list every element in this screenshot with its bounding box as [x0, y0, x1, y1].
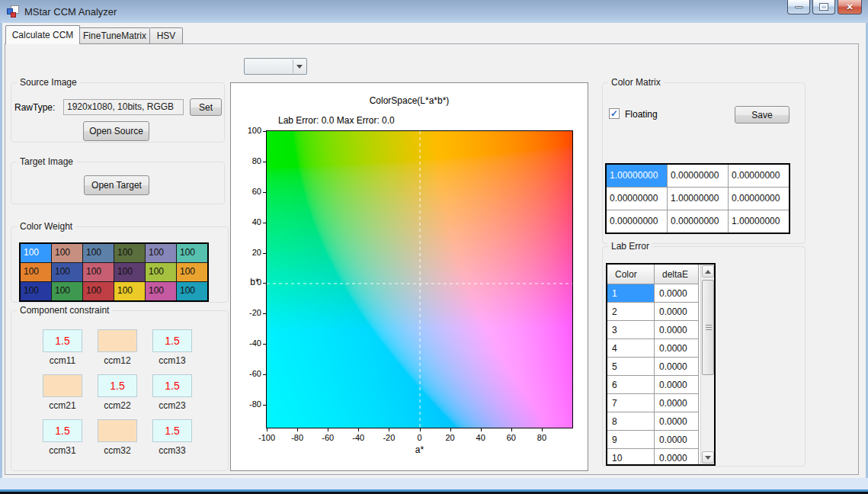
lab-error-color-cell-9[interactable]: 9: [607, 431, 655, 449]
lab-error-header-deltae[interactable]: deltaE: [655, 265, 699, 284]
color-weight-cell-r1c6[interactable]: 100: [177, 244, 207, 262]
y-ticklabel--40: -40: [234, 338, 261, 348]
lab-error-deltae-cell-5[interactable]: 0.0000: [655, 358, 699, 376]
tab-hsv[interactable]: HSV: [150, 27, 183, 44]
color-weight-group-label: Color Weight: [17, 221, 75, 232]
ccm11-input[interactable]: 1.5: [43, 329, 82, 352]
open-source-button[interactable]: Open Source: [83, 121, 149, 141]
lab-error-deltae-cell-6[interactable]: 0.0000: [655, 376, 699, 394]
color-weight-cell-r1c1[interactable]: 100: [21, 244, 51, 262]
ccm23-input[interactable]: 1.5: [152, 374, 192, 397]
color-weight-cell-r1c2[interactable]: 100: [52, 244, 82, 262]
titlebar[interactable]: MStar CCM Analyzer ✕: [0, 0, 868, 23]
ccm31-input[interactable]: 1.5: [43, 419, 82, 442]
lab-error-deltae-cell-9[interactable]: 0.0000: [655, 431, 699, 449]
scroll-down-icon: [705, 456, 711, 460]
lab-error-group-label: Lab Error: [608, 241, 652, 252]
scroll-down-button[interactable]: [702, 451, 714, 464]
save-button[interactable]: Save: [735, 106, 790, 124]
lab-error-deltae-cell-1[interactable]: 0.0000: [655, 284, 699, 303]
tab-finetunematrix[interactable]: FineTuneMatrix: [80, 27, 150, 44]
lab-error-color-cell-7[interactable]: 7: [607, 394, 655, 412]
color-weight-cell-r3c3[interactable]: 100: [83, 282, 114, 300]
rawtype-field[interactable]: 1920x1080, 10bits, RGGB: [63, 99, 184, 115]
color-matrix-cell-22[interactable]: 1.00000000: [668, 188, 728, 210]
y-ticklabel-40: 40: [234, 217, 261, 226]
lab-colorspace-plot[interactable]: [266, 130, 573, 428]
ccm32-input[interactable]: [98, 419, 137, 442]
lab-error-color-cell-1[interactable]: 1: [607, 284, 655, 303]
ccm33-input[interactable]: 1.5: [152, 419, 192, 442]
color-weight-cell-r3c5[interactable]: 100: [146, 282, 176, 300]
lab-error-color-cell-3[interactable]: 3: [607, 321, 655, 339]
color-weight-cell-r2c3[interactable]: 100: [83, 263, 114, 281]
color-matrix-cell-21[interactable]: 0.00000000: [607, 188, 667, 210]
lab-error-deltae-cell-10[interactable]: 0.0000: [655, 449, 699, 466]
color-matrix-cell-33[interactable]: 1.00000000: [729, 210, 789, 233]
minimize-button[interactable]: [787, 0, 810, 14]
color-matrix-cell-32[interactable]: 0.00000000: [668, 210, 728, 233]
color-matrix-cell-23[interactable]: 0.00000000: [729, 188, 789, 210]
lab-error-header-color[interactable]: Color: [607, 265, 655, 284]
tab-strip: Calculate CCM FineTuneMatrix HSV: [5, 25, 183, 44]
ccm13-item: 1.5ccm13: [152, 329, 192, 366]
scroll-up-button[interactable]: [702, 265, 714, 277]
source-image-group: Source Image RawType: 1920x1080, 10bits,…: [11, 82, 225, 143]
color-weight-group: Color Weight 100100100100100100100100100…: [11, 226, 229, 303]
color-matrix-cell-31[interactable]: 0.00000000: [607, 210, 667, 233]
lab-error-deltae-cell-7[interactable]: 0.0000: [655, 394, 699, 412]
close-button[interactable]: ✕: [838, 0, 862, 14]
lab-error-deltae-cell-8[interactable]: 0.0000: [655, 412, 699, 431]
open-target-button[interactable]: Open Target: [84, 175, 149, 195]
color-weight-cell-r2c5[interactable]: 100: [146, 263, 176, 281]
x-ticklabel-20: 20: [438, 433, 463, 442]
ccm11-item: 1.5ccm11: [43, 329, 82, 366]
y-tickmark-40: [263, 223, 266, 223]
ccm12-input[interactable]: [98, 329, 137, 352]
color-weight-cell-r3c6[interactable]: 100: [177, 282, 207, 300]
app-icon: [7, 5, 19, 18]
lab-error-row-9: 90.0000: [607, 431, 714, 449]
set-button[interactable]: Set: [190, 98, 222, 116]
chart-title: ColorSpace(L*a*b*): [231, 95, 588, 106]
color-weight-cell-r2c1[interactable]: 100: [21, 263, 51, 281]
color-weight-cell-r1c5[interactable]: 100: [146, 244, 176, 262]
ccm13-input[interactable]: 1.5: [152, 329, 192, 352]
color-weight-cell-r3c2[interactable]: 100: [52, 282, 82, 300]
combo-dropdown-button[interactable]: [293, 59, 306, 73]
window-title: MStar CCM Analyzer: [24, 6, 117, 18]
maximize-button[interactable]: [812, 0, 835, 14]
color-weight-cell-r1c4[interactable]: 100: [114, 244, 145, 262]
lab-error-scrollbar[interactable]: [700, 265, 714, 464]
color-matrix-cell-11[interactable]: 1.00000000: [607, 165, 667, 187]
ccm21-input[interactable]: [43, 374, 82, 397]
lab-error-color-cell-2[interactable]: 2: [607, 303, 655, 321]
lab-error-color-cell-10[interactable]: 10: [607, 449, 655, 466]
scrollbar-thumb[interactable]: [702, 280, 714, 375]
ccm11-label: ccm11: [50, 355, 75, 366]
y-tickmark--20: [263, 313, 266, 314]
color-weight-cell-r3c4[interactable]: 100: [114, 282, 145, 300]
color-weight-cell-r2c2[interactable]: 100: [52, 263, 82, 281]
lab-error-color-cell-4[interactable]: 4: [607, 339, 655, 358]
lab-error-color-cell-5[interactable]: 5: [607, 358, 655, 376]
ccm22-input[interactable]: 1.5: [98, 374, 137, 397]
lab-error-color-cell-6[interactable]: 6: [607, 376, 655, 394]
color-weight-cell-r1c3[interactable]: 100: [83, 244, 114, 262]
lab-error-deltae-cell-2[interactable]: 0.0000: [655, 303, 699, 321]
color-weight-cell-r2c4[interactable]: 100: [114, 263, 145, 281]
lab-error-deltae-cell-4[interactable]: 0.0000: [655, 339, 699, 358]
color-matrix-cell-12[interactable]: 0.00000000: [668, 165, 728, 187]
color-matrix-cell-13[interactable]: 0.00000000: [729, 165, 789, 187]
floating-checkbox[interactable]: ✓: [609, 108, 620, 119]
color-weight-cell-r3c1[interactable]: 100: [21, 282, 51, 300]
lab-error-deltae-cell-3[interactable]: 0.0000: [655, 321, 699, 339]
color-weight-cell-r2c6[interactable]: 100: [177, 263, 207, 281]
tab-calculate-ccm[interactable]: Calculate CCM: [5, 25, 80, 44]
preset-combobox[interactable]: [244, 58, 307, 75]
x-ticklabel--40: -40: [346, 433, 370, 442]
lab-error-color-cell-8[interactable]: 8: [607, 412, 655, 431]
color-weight-grid: 1001001001001001001001001001001001001001…: [19, 242, 209, 302]
y-ticklabel--80: -80: [234, 399, 261, 409]
chart-error-text: Lab Error: 0.0 Max Error: 0.0: [278, 115, 395, 126]
